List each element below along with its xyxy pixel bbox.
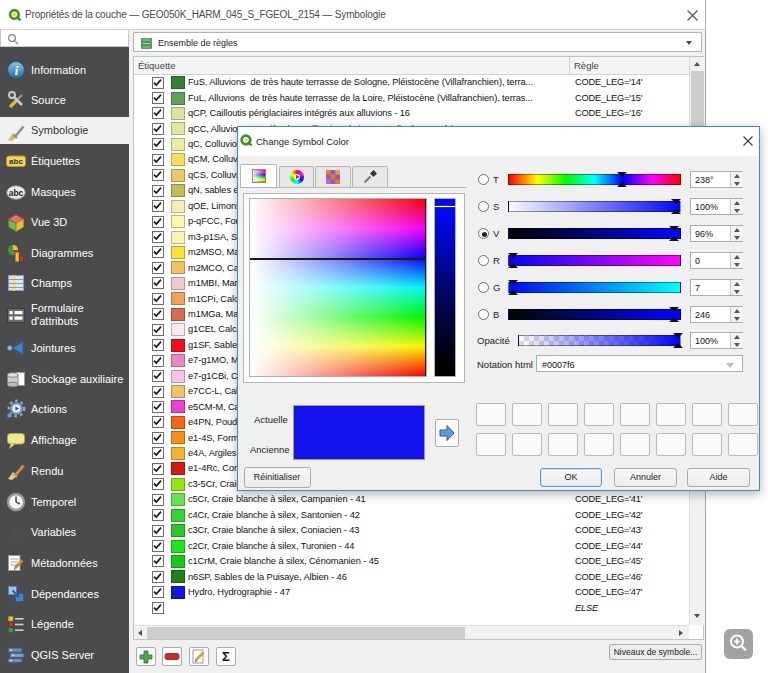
svg-text:abc: abc [9, 187, 24, 197]
svg-text:ε: ε [13, 524, 20, 541]
svg-text:abc: abc [9, 157, 23, 166]
svg-text:i: i [15, 62, 19, 77]
svg-text:Σ: Σ [222, 649, 230, 664]
